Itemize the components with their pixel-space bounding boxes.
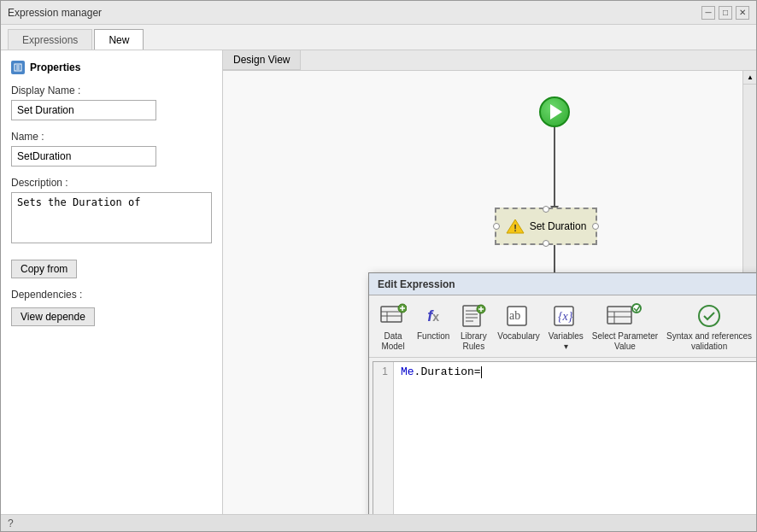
display-name-input[interactable] [11, 100, 156, 120]
bottom-bar: ? [1, 514, 756, 531]
vocabulary-icon: ab [505, 303, 532, 329]
svg-text:ab: ab [509, 309, 520, 322]
dependencies-label: Dependencies : [11, 289, 212, 301]
toolbar-library-rules[interactable]: LibraryRules [455, 299, 492, 354]
dialog-toolbar: DataModel fx Function [369, 295, 756, 358]
right-panel: Design View ▲ [223, 50, 756, 514]
maximize-button[interactable]: □ [719, 6, 732, 20]
close-button[interactable]: ✕ [736, 6, 749, 20]
title-bar-controls: ─ □ ✕ [701, 6, 749, 20]
library-rules-label: LibraryRules [461, 331, 487, 352]
data-model-icon [379, 303, 407, 329]
dependencies-section: Dependencies : View depende [11, 289, 212, 326]
dialog-title-bar: Edit Expression ─ □ ✕ [369, 273, 756, 295]
name-input[interactable] [11, 146, 156, 167]
node-label: Set Duration [530, 220, 587, 232]
code-editor: 1 Me.Duration= [373, 361, 756, 514]
select-parameter-icon-area [604, 301, 645, 331]
connector-right [592, 223, 599, 230]
dialog-title: Edit Expression [378, 278, 455, 290]
edit-expression-dialog: Edit Expression ─ □ ✕ [368, 272, 756, 514]
toolbar-syntax-validation[interactable]: Syntax and referencesvalidation [663, 299, 755, 354]
svg-text:{x}: {x} [558, 310, 573, 323]
description-textarea[interactable]: Sets the Duration of [11, 192, 212, 243]
connector-bottom [543, 240, 549, 247]
title-bar: Expression manager ─ □ ✕ [1, 1, 756, 25]
data-model-icon-area [378, 301, 408, 331]
syntax-icon-area [687, 301, 731, 331]
set-duration-node[interactable]: ! Set Duration [495, 208, 597, 245]
toolbar-variables[interactable]: {x} Variables▾ [545, 299, 587, 354]
code-me: Me [401, 365, 414, 378]
tab-expressions[interactable]: Expressions [8, 29, 92, 50]
code-content[interactable]: Me.Duration= [394, 362, 756, 514]
title-bar-left: Expression manager [8, 7, 102, 19]
code-rest: .Duration= [414, 365, 481, 378]
svg-point-30 [699, 306, 719, 326]
toolbar-select-parameter[interactable]: Select ParameterValue [589, 299, 661, 354]
design-view-tab[interactable]: Design View [223, 50, 301, 70]
library-rules-icon-area [458, 301, 489, 331]
scroll-up-arrow[interactable]: ▲ [743, 71, 756, 85]
connector-top [543, 206, 549, 213]
connector-left [493, 223, 500, 230]
library-rules-icon [460, 303, 487, 329]
name-group: Name : [11, 131, 212, 167]
select-parameter-label: Select ParameterValue [592, 331, 658, 352]
name-label: Name : [11, 131, 212, 143]
help-icon[interactable]: ? [8, 517, 14, 529]
syntax-icon [689, 303, 730, 329]
warning-icon: ! [506, 218, 525, 235]
properties-title: Properties [30, 61, 80, 73]
variables-label: Variables▾ [549, 331, 584, 352]
description-label: Description : [11, 177, 212, 189]
window-title: Expression manager [8, 7, 102, 19]
variables-icon-area: {x} [550, 301, 581, 331]
left-panel: Properties Display Name : Name : Descrip… [1, 50, 223, 514]
select-parameter-icon [606, 303, 643, 329]
code-cursor [481, 366, 482, 378]
code-text: Me.Duration= [401, 365, 482, 378]
tab-new[interactable]: New [94, 29, 144, 50]
function-label: Function [417, 331, 449, 342]
function-icon-area: fx [418, 301, 449, 331]
view-dependencies-button[interactable]: View depende [11, 307, 95, 326]
main-window: Expression manager ─ □ ✕ Expressions New [0, 0, 757, 532]
line-numbers: 1 [373, 362, 394, 514]
vocabulary-label: Vocabulary [497, 331, 539, 342]
main-content: Properties Display Name : Name : Descrip… [1, 50, 756, 514]
toolbar-vocabulary[interactable]: ab Vocabulary [494, 299, 543, 343]
tab-bar: Expressions New [1, 25, 756, 50]
toolbar-data-model[interactable]: DataModel [374, 299, 412, 354]
svg-rect-25 [607, 307, 631, 324]
play-icon [550, 104, 562, 120]
properties-header: Properties [11, 61, 212, 74]
svg-text:!: ! [513, 223, 517, 233]
variables-icon: {x} [552, 303, 579, 329]
toolbar-function[interactable]: fx Function [414, 299, 453, 343]
connector-line-1 [554, 127, 555, 208]
copy-from-button[interactable]: Copy from [11, 260, 77, 278]
display-name-label: Display Name : [11, 85, 212, 96]
function-icon: fx [427, 307, 439, 325]
start-node [539, 96, 570, 127]
syntax-label: Syntax and referencesvalidation [666, 331, 752, 352]
data-model-label: DataModel [381, 331, 404, 352]
vocabulary-icon-area: ab [503, 301, 534, 331]
minimize-button[interactable]: ─ [701, 6, 715, 20]
properties-icon [11, 61, 25, 74]
display-name-group: Display Name : [11, 85, 212, 120]
description-group: Description : Sets the Duration of [11, 177, 212, 246]
